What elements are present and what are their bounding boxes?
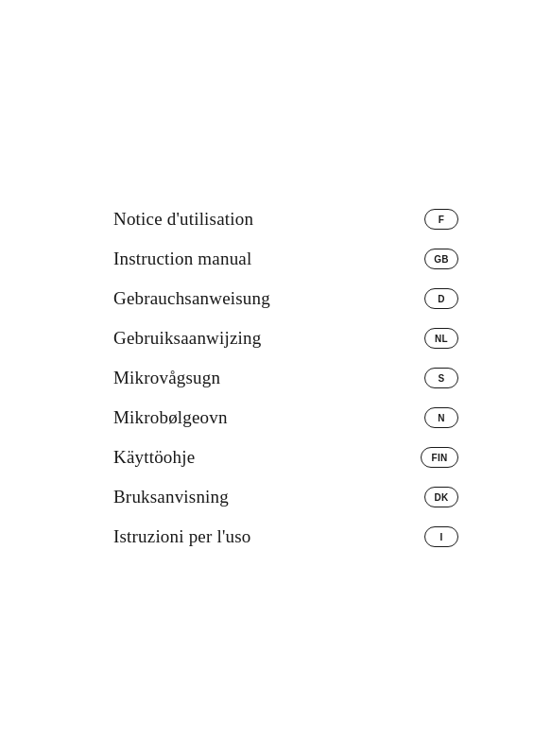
- manual-item: MikrovågsugnS: [113, 358, 458, 398]
- manual-label: Instruction manual: [113, 249, 251, 269]
- page: Notice d'utilisationFInstruction manualG…: [0, 0, 534, 756]
- manual-label: Mikrovågsugn: [113, 368, 220, 388]
- lang-badge: FIN: [421, 447, 458, 468]
- manual-item: Istruzioni per l'usoI: [113, 517, 458, 557]
- manual-item: Notice d'utilisationF: [113, 199, 458, 239]
- manual-label: Gebruiksaanwijzing: [113, 328, 261, 349]
- manual-item: GebruiksaanwijzingNL: [113, 318, 458, 358]
- lang-badge: N: [424, 407, 458, 428]
- manual-list: Notice d'utilisationFInstruction manualG…: [113, 199, 458, 557]
- manual-item: Instruction manualGB: [113, 239, 458, 279]
- manual-label: Käyttöohje: [113, 447, 195, 468]
- manual-item: KäyttöohjeFIN: [113, 438, 458, 477]
- manual-item: GebrauchsanweisungD: [113, 279, 458, 318]
- manual-label: Notice d'utilisation: [113, 209, 253, 230]
- lang-badge: S: [424, 368, 458, 388]
- manual-label: Istruzioni per l'uso: [113, 526, 250, 547]
- lang-badge: I: [424, 526, 458, 547]
- lang-badge: F: [424, 209, 458, 230]
- manual-label: Gebrauchsanweisung: [113, 288, 270, 309]
- manual-item: MikrobølgeovnN: [113, 398, 458, 438]
- lang-badge: D: [424, 288, 458, 309]
- lang-badge: DK: [424, 487, 458, 507]
- manual-label: Mikrobølgeovn: [113, 407, 228, 428]
- lang-badge: NL: [424, 328, 458, 349]
- manual-item: BruksanvisningDK: [113, 477, 458, 517]
- manual-label: Bruksanvisning: [113, 487, 229, 507]
- lang-badge: GB: [424, 249, 458, 269]
